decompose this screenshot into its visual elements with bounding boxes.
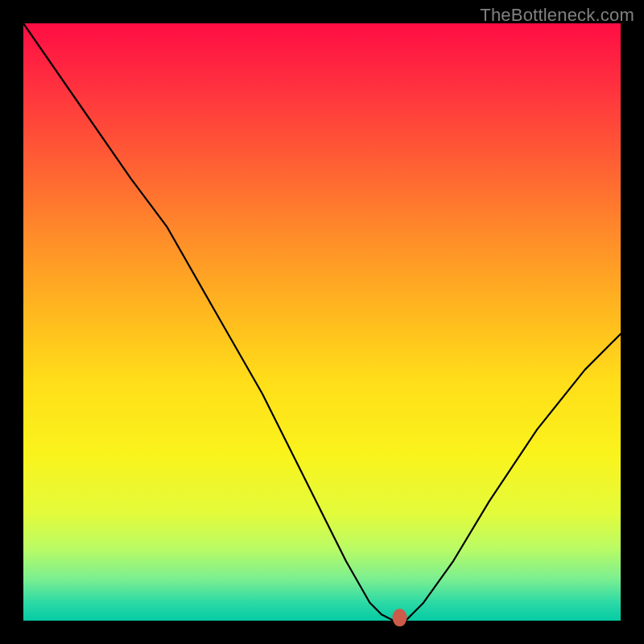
chart-overlay (23, 23, 621, 621)
bottleneck-marker (393, 609, 407, 626)
chart-frame: TheBottleneck.com (0, 0, 644, 644)
bottleneck-curve (23, 23, 621, 621)
plot-area (23, 23, 621, 621)
